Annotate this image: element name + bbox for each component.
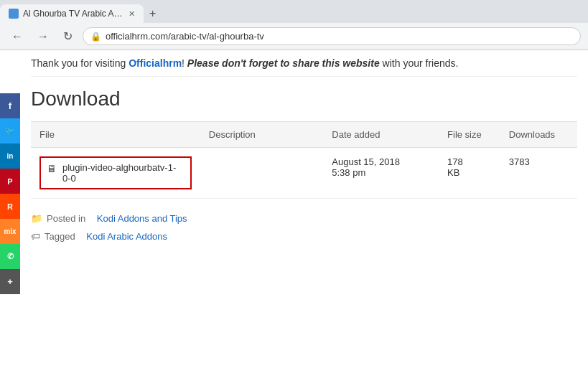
date-value: August 15, 2018 bbox=[332, 156, 430, 167]
description-cell bbox=[200, 148, 323, 199]
browser-tab[interactable]: Al Ghourba TV Arabic Addon - 8... ✕ bbox=[0, 4, 144, 23]
social-mix-button[interactable]: mix bbox=[0, 219, 20, 244]
banner-brand: Officialhrm bbox=[129, 57, 182, 69]
social-reddit-button[interactable]: R bbox=[0, 194, 20, 219]
filesize-value: 178 bbox=[447, 156, 492, 167]
lock-icon: 🔒 bbox=[90, 32, 101, 42]
tab-bar: Al Ghourba TV Arabic Addon - 8... ✕ + bbox=[0, 0, 588, 23]
page-content: Thank you for visiting Officialhrm! Plea… bbox=[20, 50, 588, 242]
col-header-date: Date added bbox=[323, 122, 439, 148]
col-header-filesize: File size bbox=[439, 122, 500, 148]
social-linkedin-button[interactable]: in bbox=[0, 144, 20, 169]
social-more-button[interactable]: + bbox=[0, 269, 20, 294]
file-link-box: 🖥 plugin-video-alghourbatv-1-0-0 bbox=[39, 156, 192, 189]
social-sidebar: f 🐦 in P R mix ✆ + bbox=[0, 93, 20, 294]
browser-chrome: Al Ghourba TV Arabic Addon - 8... ✕ + ← … bbox=[0, 0, 588, 50]
file-download-link[interactable]: plugin-video-alghourbatv-1-0-0 bbox=[62, 162, 185, 184]
col-header-downloads: Downloads bbox=[500, 122, 577, 148]
filesize-cell: 178 KB bbox=[439, 148, 500, 199]
download-table: File Description Date added File size Do… bbox=[31, 121, 577, 199]
downloads-cell: 3783 bbox=[500, 148, 577, 199]
file-type-icon: 🖥 bbox=[47, 163, 57, 174]
col-header-description: Description bbox=[200, 122, 323, 148]
reload-button[interactable]: ↻ bbox=[59, 28, 77, 44]
posted-label: Posted in bbox=[47, 213, 85, 224]
posted-link[interactable]: Kodi Addons and Tips bbox=[97, 213, 187, 224]
tab-close-button[interactable]: ✕ bbox=[129, 9, 135, 19]
tab-title: Al Ghourba TV Arabic Addon - 8... bbox=[23, 9, 124, 19]
top-banner: Thank you for visiting Officialhrm! Plea… bbox=[31, 50, 577, 77]
table-header-row: File Description Date added File size Do… bbox=[31, 122, 577, 148]
tagged-label: Tagged bbox=[45, 231, 75, 242]
social-twitter-button[interactable]: 🐦 bbox=[0, 118, 20, 144]
date-cell: August 15, 2018 5:38 pm bbox=[323, 148, 439, 199]
social-whatsapp-button[interactable]: ✆ bbox=[0, 244, 20, 269]
table-row: 🖥 plugin-video-alghourbatv-1-0-0 August … bbox=[31, 148, 577, 199]
banner-italic: Please don't forget to share this websit… bbox=[187, 57, 380, 69]
tag-icon: 🏷 bbox=[31, 231, 40, 242]
back-button[interactable]: ← bbox=[7, 29, 27, 44]
folder-icon: 📁 bbox=[31, 213, 42, 224]
nav-bar: ← → ↻ 🔒 officialhrm.com/arabic-tv/al-gho… bbox=[0, 23, 588, 50]
tab-favicon bbox=[9, 9, 19, 19]
new-tab-button[interactable]: + bbox=[144, 4, 162, 23]
forward-button[interactable]: → bbox=[33, 29, 53, 44]
address-text: officialhrm.com/arabic-tv/al-ghourba-tv bbox=[106, 31, 573, 42]
posted-in-item: 📁 Posted in Kodi Addons and Tips bbox=[31, 213, 577, 224]
social-facebook-button[interactable]: f bbox=[0, 93, 20, 118]
time-value: 5:38 pm bbox=[332, 167, 430, 178]
address-bar[interactable]: 🔒 officialhrm.com/arabic-tv/al-ghourba-t… bbox=[83, 27, 581, 45]
banner-suffix: with your friends. bbox=[380, 57, 459, 69]
download-heading: Download bbox=[31, 88, 577, 110]
tagged-item: 🏷 Tagged Kodi Arabic Addons bbox=[31, 231, 577, 242]
banner-middle: ! bbox=[182, 57, 187, 69]
file-cell: 🖥 plugin-video-alghourbatv-1-0-0 bbox=[31, 148, 200, 199]
filesize-unit: KB bbox=[447, 167, 492, 178]
file-cell-inner: 🖥 plugin-video-alghourbatv-1-0-0 bbox=[47, 162, 185, 184]
footer-meta: 📁 Posted in Kodi Addons and Tips 🏷 Tagge… bbox=[31, 213, 577, 242]
social-pinterest-button[interactable]: P bbox=[0, 169, 20, 194]
banner-prefix: Thank you for visiting bbox=[31, 57, 129, 69]
tagged-link[interactable]: Kodi Arabic Addons bbox=[86, 231, 167, 242]
col-header-file: File bbox=[31, 122, 200, 148]
